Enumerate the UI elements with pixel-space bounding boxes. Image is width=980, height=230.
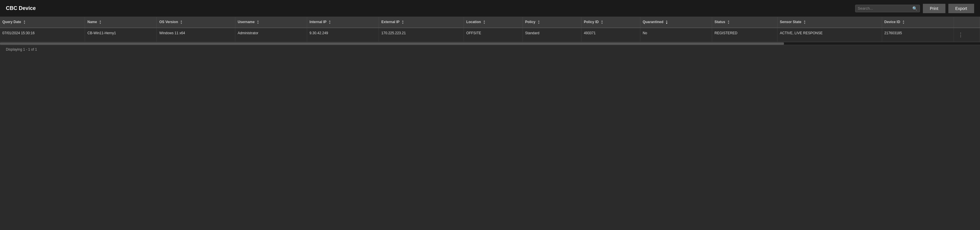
col-header-internal-ip[interactable]: Internal IP ▲▼ [307, 17, 379, 28]
cell-device-id: 217603185 [882, 28, 954, 42]
cell-location: OFFSITE [464, 28, 523, 42]
sort-icon-policy: ▲▼ [538, 20, 540, 25]
sort-icon-external-ip: ▲▼ [401, 20, 404, 25]
sort-icon-internal-ip: ▲▼ [329, 20, 331, 25]
horizontal-scrollbar[interactable] [0, 43, 980, 45]
col-header-quarantined[interactable]: Quarantined ▲▼ [640, 17, 712, 28]
device-table: Query Date ▲▼ Name ▲▼ OS Version ▲▼ User… [0, 17, 980, 42]
search-container: 🔍 [855, 5, 920, 12]
table-row: 07/01/2024 15:30:16 CB-Win11-Herny1 Wind… [0, 28, 980, 42]
cell-os-version: Windows 11 x64 [157, 28, 235, 42]
app-header: CBC Device 🔍 Print Export [0, 0, 980, 17]
cell-status: REGISTERED [712, 28, 778, 42]
col-header-policy[interactable]: Policy ▲▼ [523, 17, 581, 28]
cell-query-date: 07/01/2024 15:30:16 [0, 28, 85, 42]
col-header-device-id[interactable]: Device ID ▲▼ [882, 17, 954, 28]
sort-icon-policy-id: ▲▼ [601, 20, 603, 25]
table-container: Query Date ▲▼ Name ▲▼ OS Version ▲▼ User… [0, 17, 980, 42]
table-header-row: Query Date ▲▼ Name ▲▼ OS Version ▲▼ User… [0, 17, 980, 28]
print-button[interactable]: Print [923, 4, 945, 13]
col-header-os-version[interactable]: OS Version ▲▼ [157, 17, 235, 28]
row-more-button[interactable]: ⋮ [956, 31, 965, 39]
cell-username: Administrator [235, 28, 307, 42]
sort-icon-query-date: ▲▼ [23, 20, 25, 25]
cell-external-ip: 170.225.223.21 [379, 28, 464, 42]
sort-icon-device-id: ▲▼ [902, 20, 905, 25]
cell-sensor-state: ACTIVE, LIVE RESPONSE [777, 28, 882, 42]
app-title: CBC Device [6, 5, 36, 11]
sort-icon-quarantined: ▲▼ [665, 20, 668, 25]
search-input[interactable] [858, 6, 910, 11]
col-header-actions [954, 17, 980, 28]
export-button[interactable]: Export [948, 4, 974, 13]
col-header-external-ip[interactable]: External IP ▲▼ [379, 17, 464, 28]
col-header-username[interactable]: Username ▲▼ [235, 17, 307, 28]
footer: Displaying 1 - 1 of 1 [0, 45, 980, 54]
col-header-status[interactable]: Status ▲▼ [712, 17, 778, 28]
cell-policy: Standard [523, 28, 581, 42]
sort-icon-username: ▲▼ [257, 20, 259, 25]
sort-icon-os: ▲▼ [180, 20, 183, 25]
display-count: Displaying 1 - 1 of 1 [6, 48, 37, 51]
sort-icon-location: ▲▼ [483, 20, 485, 25]
cell-internal-ip: 9.30.42.249 [307, 28, 379, 42]
col-header-policy-id[interactable]: Policy ID ▲▼ [581, 17, 640, 28]
scrollbar-thumb[interactable] [0, 43, 784, 45]
col-header-location[interactable]: Location ▲▼ [464, 17, 523, 28]
cell-row-actions: ⋮ [954, 28, 980, 42]
cell-policy-id: 493371 [581, 28, 640, 42]
search-icon[interactable]: 🔍 [912, 6, 917, 11]
col-header-sensor-state[interactable]: Sensor State ▲▼ [777, 17, 882, 28]
col-header-query-date[interactable]: Query Date ▲▼ [0, 17, 85, 28]
sort-icon-name: ▲▼ [99, 20, 102, 25]
cell-name: CB-Win11-Herny1 [85, 28, 157, 42]
header-actions: 🔍 Print Export [855, 4, 974, 13]
col-header-name[interactable]: Name ▲▼ [85, 17, 157, 28]
sort-icon-status: ▲▼ [727, 20, 730, 25]
cell-quarantined: No [640, 28, 712, 42]
sort-icon-sensor-state: ▲▼ [803, 20, 806, 25]
